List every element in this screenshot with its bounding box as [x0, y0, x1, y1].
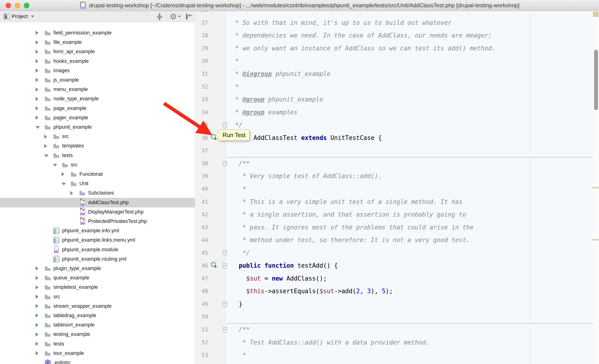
chevron-expanded-icon[interactable]	[44, 154, 48, 157]
code-text[interactable]: $this->assertEquals($sut->add(2, 3), 5);	[225, 288, 393, 295]
tree-item-phpunit-example-routing-yml[interactable]: phpunit_example.routing.yml	[0, 254, 195, 264]
editor-line-52[interactable]: 52 * Test AddClass::add() with a data pr…	[195, 336, 593, 349]
chevron-collapsed-icon[interactable]	[35, 68, 38, 73]
code-text[interactable]: * @group phpunit_example	[225, 96, 323, 103]
tree-item-images[interactable]: images	[0, 66, 195, 75]
code-text[interactable]: * @group examples	[225, 109, 298, 116]
code-text[interactable]: *	[225, 83, 239, 90]
editor-line-40[interactable]: 40 *	[195, 183, 593, 195]
code-text[interactable]: $sut = new AddClass();	[225, 275, 327, 282]
editor-line-31[interactable]: 31 * @ingroup phpunit_example	[195, 68, 593, 80]
code-text[interactable]: * Test AddClass::add() with a data provi…	[225, 339, 429, 346]
editor-line-53[interactable]: 53 *	[195, 349, 593, 362]
tree-item-displaymanagertest-php[interactable]: phpDisplayManagerTest.php	[0, 207, 195, 217]
editor-line-35[interactable]: 35 */	[195, 119, 593, 132]
chevron-collapsed-icon[interactable]	[62, 172, 64, 176]
code-text[interactable]: */	[225, 121, 242, 128]
project-views-caret-icon[interactable]	[31, 16, 34, 18]
tree-item-simpletest-example[interactable]: simpletest_example	[0, 283, 195, 292]
chevron-collapsed-icon[interactable]	[35, 106, 38, 110]
chevron-expanded-icon[interactable]	[62, 183, 66, 185]
tree-item-file-example[interactable]: file_example	[0, 37, 195, 47]
chevron-collapsed-icon[interactable]	[35, 351, 38, 355]
code-text[interactable]: public function testAdd() {	[225, 262, 338, 269]
chevron-collapsed-icon[interactable]	[35, 97, 38, 101]
code-text[interactable]: * method under test, so therefore: It is…	[225, 237, 470, 244]
code-text[interactable]: * we only want an instance of AddClass s…	[225, 45, 495, 52]
editor-line-54[interactable]: 54 * This method is very similar to test…	[195, 361, 593, 364]
tree-item-page-example[interactable]: page_example	[0, 104, 195, 113]
code-text[interactable]: /**	[225, 326, 250, 333]
code-text[interactable]: */	[225, 249, 250, 257]
editor-line-45[interactable]: 45 */	[195, 246, 593, 259]
editor-line-49[interactable]: 49 }	[195, 298, 593, 311]
editor-line-48[interactable]: 48 $this->assertEquals($sut->add(2, 3), …	[195, 285, 593, 298]
code-text[interactable]: *	[225, 185, 246, 192]
inspection-indicator[interactable]	[593, 12, 599, 17]
editor-line-30[interactable]: 30 *	[195, 55, 593, 68]
tree-item-functional[interactable]: Functional	[0, 169, 195, 179]
minimize-button[interactable]	[15, 3, 20, 8]
chevron-collapsed-icon[interactable]	[44, 144, 47, 148]
chevron-collapsed-icon[interactable]	[35, 276, 38, 280]
editor-line-27[interactable]: 27 * So with that in mind, it's up to us…	[195, 16, 593, 29]
tree-item-hooks-example[interactable]: hooks_example	[0, 56, 195, 66]
chevron-collapsed-icon[interactable]	[35, 266, 38, 270]
editor-line-44[interactable]: 44 * method under test, so therefore: It…	[195, 234, 593, 247]
editor-line-39[interactable]: 39 * Very simple test of AddClass::add()…	[195, 170, 593, 183]
editor-line-46[interactable]: 46 public function testAdd() {	[195, 259, 593, 272]
tree-item-js-example[interactable]: js_example	[0, 75, 195, 85]
chevron-collapsed-icon[interactable]	[35, 40, 38, 44]
editor-scrollbar-thumb[interactable]	[594, 50, 598, 110]
code-text[interactable]: *	[225, 57, 239, 64]
editor-line-34[interactable]: 34 * @group examples	[195, 106, 593, 119]
tree-item-phpunit-example-module[interactable]: phpphpunit_example.module	[0, 245, 195, 255]
chevron-collapsed-icon[interactable]	[35, 342, 38, 346]
chevron-collapsed-icon[interactable]	[35, 88, 38, 92]
editor-line-28[interactable]: 28 * dependencies we need. In the case o…	[195, 29, 593, 42]
tree-item-testing-example[interactable]: testing_example	[0, 329, 195, 339]
editor-line-37[interactable]: 37	[195, 144, 593, 157]
tree-item-phpunit-example-info-yml[interactable]: phpunit_example.info.yml	[0, 226, 195, 236]
chevron-collapsed-icon[interactable]	[35, 31, 38, 35]
tree-item-queue-example[interactable]: queue_example	[0, 273, 195, 283]
tree-item-src[interactable]: src	[0, 292, 195, 302]
tree-item-tests[interactable]: tests	[0, 339, 195, 349]
code-text[interactable]: *	[225, 352, 246, 359]
tree-item-tests[interactable]: tests	[0, 151, 195, 160]
code-text[interactable]: * Very simple test of AddClass::add().	[225, 172, 382, 179]
chevron-collapsed-icon[interactable]	[35, 285, 38, 289]
chevron-expanded-icon[interactable]	[53, 164, 57, 167]
code-text[interactable]: * This is a very simple unit test of a s…	[225, 198, 462, 205]
chevron-collapsed-icon[interactable]	[44, 134, 47, 139]
chevron-collapsed-icon[interactable]	[35, 323, 38, 327]
code-text[interactable]: }	[225, 301, 242, 308]
run-test-gutter-icon[interactable]	[210, 261, 218, 269]
chevron-collapsed-icon[interactable]	[35, 304, 38, 308]
tree-item-stream-wrapper-example[interactable]: stream_wrapper_example	[0, 302, 195, 311]
tree-item-phpunit-example[interactable]: phpunit_example	[0, 122, 195, 132]
hide-panel-icon[interactable]	[185, 13, 193, 20]
code-text[interactable]: * pass. It ignores most of the problems …	[225, 224, 473, 231]
tree-item-field-permission-example[interactable]: field_permission_example	[0, 28, 195, 38]
code-text[interactable]: * a single assertion, and that assertion…	[225, 211, 466, 218]
error-stripe-mark[interactable]	[592, 187, 599, 188]
editor-line-36[interactable]: 36 AddClassTest extends UnitTestCase {	[195, 132, 593, 144]
code-text[interactable]: /**	[225, 160, 250, 167]
tree-item-unit[interactable]: Unit	[0, 179, 195, 188]
tree-item-templates[interactable]: templates	[0, 141, 195, 151]
fold-marker-icon[interactable]	[222, 301, 228, 308]
code-text[interactable]: * So with that in mind, it's up to us to…	[225, 19, 451, 26]
chevron-collapsed-icon[interactable]	[35, 313, 38, 318]
chevron-collapsed-icon[interactable]	[35, 295, 38, 299]
chevron-collapsed-icon[interactable]	[35, 78, 38, 82]
tree-item-tabledrag-example[interactable]: tabledrag_example	[0, 311, 195, 320]
tree-item-pager-example[interactable]: pager_example	[0, 113, 195, 123]
tree-item-form-api-example[interactable]: form_api_example	[0, 47, 195, 56]
tree-item-tour-example[interactable]: tour_example	[0, 348, 195, 358]
error-stripe-mark[interactable]	[592, 239, 599, 240]
code-text[interactable]: * dependencies we need. In the case of A…	[225, 32, 492, 39]
project-panel-title[interactable]: Project	[12, 13, 28, 19]
code-text[interactable]: * @ingroup phpunit_example	[225, 70, 331, 77]
editor-line-51[interactable]: 51 /**	[195, 323, 593, 336]
